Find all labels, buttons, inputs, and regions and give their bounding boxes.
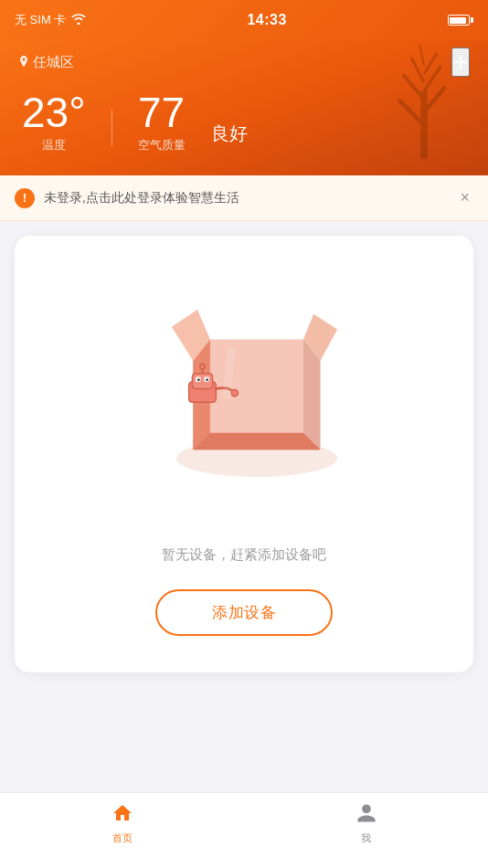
- temperature-value: 23°: [22, 91, 86, 133]
- svg-point-16: [200, 365, 206, 370]
- notification-text: 未登录,点击此处登录体验智慧生活: [44, 190, 447, 206]
- aqi-label: 空气质量: [138, 137, 186, 153]
- status-battery: [448, 15, 473, 26]
- aqi-block: 77 空气质量: [138, 91, 186, 153]
- tree-decoration: [369, 40, 479, 159]
- main-content: 暂无设备，赶紧添加设备吧 添加设备: [0, 221, 488, 687]
- quality-block: 良好: [211, 122, 248, 146]
- status-left: 无 SIM 卡: [15, 12, 86, 28]
- svg-line-1: [398, 100, 424, 125]
- svg-line-7: [419, 45, 424, 66]
- tab-bar: 首页 我: [0, 792, 488, 868]
- temperature-label: 温度: [42, 137, 66, 153]
- home-icon: [111, 802, 133, 828]
- empty-state-illustration: [33, 263, 455, 519]
- weather-divider: [111, 110, 112, 146]
- quality-text: 良好: [211, 122, 248, 146]
- carrier-text: 无 SIM 卡: [15, 12, 66, 28]
- tab-profile-label: 我: [361, 831, 371, 845]
- notification-close-button[interactable]: ×: [456, 186, 473, 209]
- add-device-button[interactable]: 添加设备: [155, 589, 333, 636]
- empty-state-text: 暂无设备，赶紧添加设备吧: [162, 546, 326, 564]
- location-text: 任城区: [33, 54, 74, 71]
- svg-point-17: [231, 389, 238, 396]
- tab-profile[interactable]: 我: [244, 802, 488, 845]
- device-card: 暂无设备，赶紧添加设备吧 添加设备: [15, 236, 473, 672]
- wifi-icon: [71, 14, 86, 27]
- svg-line-5: [411, 58, 424, 83]
- tab-home[interactable]: 首页: [0, 802, 244, 845]
- svg-line-6: [424, 53, 437, 74]
- svg-rect-14: [206, 378, 208, 381]
- profile-icon: [355, 802, 377, 828]
- location-display[interactable]: 任城区: [18, 54, 74, 71]
- app-header: 任城区 + 23° 温度 77 空气质量 良好: [0, 40, 488, 175]
- svg-rect-10: [192, 374, 212, 389]
- status-bar: 无 SIM 卡 14:33: [0, 0, 488, 40]
- svg-rect-13: [197, 378, 200, 381]
- temperature-block: 23° 温度: [22, 91, 86, 153]
- notification-icon: !: [15, 188, 35, 208]
- aqi-value: 77: [138, 91, 185, 133]
- tab-home-label: 首页: [112, 831, 133, 845]
- status-time: 14:33: [247, 12, 286, 28]
- notification-banner[interactable]: ! 未登录,点击此处登录体验智慧生活 ×: [0, 175, 488, 221]
